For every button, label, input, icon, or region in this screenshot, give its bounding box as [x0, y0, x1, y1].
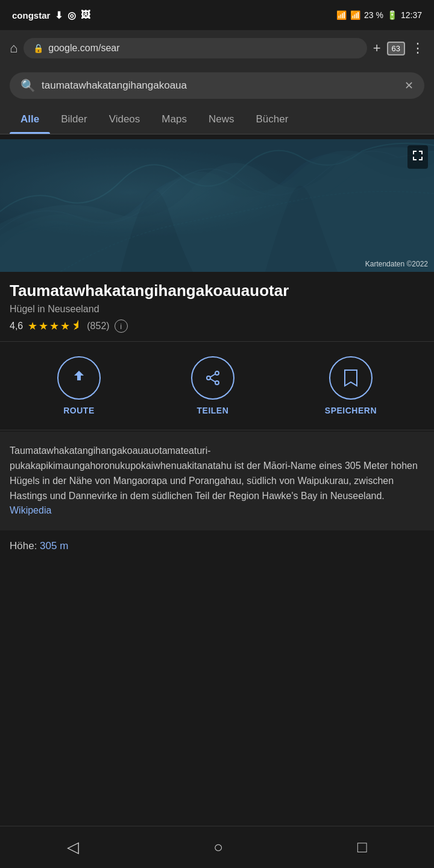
battery-icon: 🔋 — [387, 10, 397, 20]
wifi-icon: 📶 — [336, 10, 347, 20]
share-label: TEILEN — [197, 406, 229, 415]
star-5-half: ⯨ — [71, 319, 82, 333]
search-icon: 🔍 — [20, 78, 36, 93]
menu-button[interactable]: ⋮ — [411, 40, 424, 56]
place-info: Taumatawhakatangihangakoauauotar Hügel i… — [0, 272, 434, 333]
back-button[interactable]: ◁ — [55, 832, 91, 863]
signal-icon: 📶 — [350, 10, 360, 20]
battery-label: 23 % — [364, 10, 383, 20]
wikipedia-link[interactable]: Wikipedia — [10, 505, 51, 515]
svg-point-2 — [207, 376, 210, 380]
map-container[interactable]: Kartendaten ©2022 — [0, 139, 434, 272]
recent-apps-button[interactable]: □ — [345, 832, 379, 863]
tab-count-badge[interactable]: 63 — [387, 42, 405, 55]
star-1: ★ — [28, 319, 37, 333]
place-title: Taumatawhakatangihangakoauauotar — [10, 281, 424, 300]
home-button[interactable]: ○ — [201, 832, 235, 863]
place-description: Taumatawhakatangihangakoauauotamateaturi… — [0, 432, 434, 530]
status-right: 📶 📶 23 % 🔋 12:37 — [336, 10, 422, 20]
screen-record-icon: ◎ — [68, 10, 76, 21]
save-circle — [329, 356, 373, 400]
map-expand-button[interactable] — [407, 145, 428, 169]
svg-point-3 — [215, 381, 219, 385]
url-bar[interactable]: 🔒 google.com/sear — [24, 38, 366, 58]
route-label: ROUTE — [63, 406, 95, 415]
route-button[interactable]: ROUTE — [57, 356, 101, 415]
bottom-navigation: ◁ ○ □ — [0, 826, 434, 868]
svg-point-1 — [215, 371, 219, 375]
download-icon: ⬇ — [55, 10, 63, 21]
search-clear-button[interactable]: ✕ — [404, 79, 414, 92]
description-text: Taumatawhakatangihangakoauauotamateaturi… — [10, 445, 418, 500]
tab-news[interactable]: News — [198, 105, 245, 134]
share-button[interactable]: TEILEN — [191, 356, 234, 415]
search-bar-container: 🔍 taumatawhakatangihangakoaua ✕ — [0, 66, 434, 105]
gallery-icon: 🖼 — [81, 10, 90, 20]
lock-icon: 🔒 — [33, 43, 43, 53]
route-circle — [57, 356, 101, 400]
svg-line-4 — [210, 374, 215, 377]
share-circle — [191, 356, 234, 400]
height-row: Höhe: 305 m — [0, 530, 434, 562]
map-credit: Kartendaten ©2022 — [365, 260, 428, 268]
star-rating: ★ ★ ★ ★ ⯨ — [28, 319, 82, 333]
search-tabs: Alle Bilder Videos Maps News Bücher — [0, 105, 434, 134]
new-tab-button[interactable]: + — [373, 40, 381, 56]
time-label: 12:37 — [401, 10, 422, 20]
height-value: 305 m — [40, 540, 68, 552]
tab-bilder[interactable]: Bilder — [50, 105, 98, 134]
save-label: SPEICHERN — [325, 406, 377, 415]
search-query-text: taumatawhakatangihangakoaua — [42, 80, 398, 92]
map-terrain — [0, 139, 434, 272]
carrier-label: congstar — [12, 10, 50, 20]
status-left: congstar ⬇ ◎ 🖼 — [12, 10, 90, 21]
url-text: google.com/sear — [48, 43, 357, 54]
status-bar: congstar ⬇ ◎ 🖼 📶 📶 23 % 🔋 12:37 — [0, 0, 434, 30]
place-subtitle: Hügel in Neuseeland — [10, 304, 424, 315]
action-buttons-row: ROUTE TEILEN SPEICHERN — [0, 341, 434, 430]
tab-maps[interactable]: Maps — [151, 105, 198, 134]
info-icon[interactable]: i — [115, 319, 128, 333]
browser-home-button[interactable]: ⌂ — [10, 40, 17, 56]
height-label: Höhe: — [10, 540, 37, 552]
review-count: (852) — [87, 321, 109, 332]
svg-line-5 — [210, 379, 215, 382]
star-3: ★ — [49, 319, 59, 333]
rating-row: 4,6 ★ ★ ★ ★ ⯨ (852) i — [10, 319, 424, 333]
rating-number: 4,6 — [10, 321, 23, 332]
search-bar[interactable]: 🔍 taumatawhakatangihangakoaua ✕ — [10, 72, 424, 99]
tab-alle[interactable]: Alle — [10, 105, 50, 134]
star-4: ★ — [60, 319, 70, 333]
tab-videos[interactable]: Videos — [98, 105, 151, 134]
browser-toolbar: ⌂ 🔒 google.com/sear + 63 ⋮ — [0, 30, 434, 66]
save-button[interactable]: SPEICHERN — [325, 356, 377, 415]
star-2: ★ — [39, 319, 48, 333]
tab-buecher[interactable]: Bücher — [245, 105, 299, 134]
